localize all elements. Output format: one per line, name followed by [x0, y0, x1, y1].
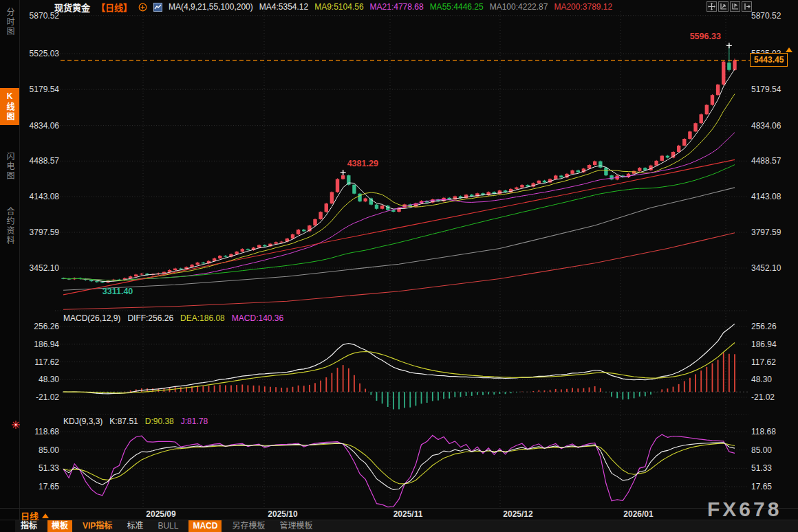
- ma-lines-layer: [63, 69, 735, 310]
- macd-diff-value: DIFF:256.26: [127, 313, 173, 323]
- tab-7[interactable]: 另存模板: [228, 520, 269, 532]
- macd-panel-header: MACD(26,12,9) DIFF:256.26 DEA:186.08 MAC…: [63, 313, 283, 323]
- alert-icon[interactable]: [11, 420, 21, 432]
- kdj-title: KDJ(9,3,3): [63, 417, 103, 426]
- symbol-title: 现货黄金: [54, 1, 90, 14]
- macd-dea-value: DEA:186.08: [180, 313, 225, 323]
- sidebar-item-3[interactable]: 闪电图: [0, 148, 19, 184]
- ma100-value: MA100:4222.87: [490, 2, 548, 12]
- svg-text:5596.33: 5596.33: [690, 32, 721, 41]
- price-up-arrow-icon: [786, 47, 792, 52]
- dropdown-up-icon: [42, 513, 49, 518]
- candles-layer[interactable]: [61, 44, 736, 283]
- macd-title: MACD(26,12,9): [63, 313, 120, 323]
- ma-params-label: MA(4,9,21,55,100,200): [169, 2, 253, 12]
- current-price-value: 5443.45: [754, 55, 784, 65]
- ma55-value: MA55:4446.25: [430, 2, 484, 12]
- ma-chart-icon[interactable]: [153, 3, 162, 12]
- kdj-panel: [63, 434, 735, 507]
- date-label: 2025/12: [489, 509, 547, 519]
- tab-8[interactable]: 管理模板: [275, 520, 316, 532]
- tab-5[interactable]: BULL: [153, 520, 182, 532]
- sidebar-item-2[interactable]: K线图: [0, 88, 19, 125]
- chart-toolbar: [707, 1, 752, 12]
- sidebar-item-4[interactable]: 合约资料: [0, 203, 19, 249]
- tab-1[interactable]: 指标: [17, 520, 41, 532]
- date-label: 2026/01: [610, 509, 667, 519]
- sidebar-item-1[interactable]: 分时图: [0, 4, 19, 40]
- ma9-value: MA9:5104.56: [314, 2, 363, 12]
- date-label: 2025/11: [379, 509, 437, 519]
- tab-4[interactable]: 标准: [122, 520, 147, 532]
- macd-macd-value: MACD:140.36: [232, 313, 283, 323]
- svg-text:3311.40: 3311.40: [103, 287, 133, 296]
- indicator-tab-bar: 指标模板VIP指标标准BULLMACD另存模板管理模板: [15, 520, 798, 532]
- chart-header: 现货黄金 【日线】 MA(4,9,21,55,100,200) MA4:5354…: [54, 1, 612, 12]
- trading-app: 3311.404381.295596.33 分时图K线图闪电图合约资料 现货黄金…: [0, 0, 798, 532]
- ma21-value: MA21:4778.68: [370, 2, 424, 12]
- axis-scale-icon[interactable]: [718, 1, 729, 12]
- annotations-layer: 3311.404381.295596.33: [103, 32, 732, 296]
- kdj-j-value: J:81.78: [181, 417, 208, 426]
- chart-canvas[interactable]: 3311.404381.295596.33: [0, 0, 798, 532]
- divider: [0, 508, 798, 509]
- collapse-panel-icon[interactable]: [742, 1, 752, 12]
- date-label: 2025/09: [132, 509, 190, 519]
- date-label: 2025/10: [254, 509, 312, 519]
- axis-flag-icon[interactable]: [730, 1, 740, 12]
- add-indicator-icon[interactable]: [138, 3, 147, 12]
- pan-tool-icon[interactable]: [707, 1, 717, 12]
- kdj-panel-header: KDJ(9,3,3) K:87.51 D:90.38 J:81.78: [63, 417, 208, 426]
- period-label[interactable]: 【日线】: [96, 1, 132, 14]
- current-price-tag: 5443.45: [750, 53, 788, 67]
- macd-panel: [62, 324, 748, 409]
- kdj-d-value: D:90.38: [145, 417, 174, 426]
- kdj-k-value: K:87.51: [109, 417, 138, 426]
- sidebar: 分时图K线图闪电图合约资料: [0, 0, 20, 532]
- grid-lines: [55, 11, 748, 507]
- ma4-value: MA4:5354.12: [259, 2, 308, 12]
- svg-text:4381.29: 4381.29: [347, 159, 378, 168]
- tab-2[interactable]: 模板: [47, 520, 72, 532]
- ma200-value: MA200:3789.12: [554, 2, 612, 12]
- tab-3[interactable]: VIP指标: [78, 520, 116, 532]
- tab-6[interactable]: MACD: [188, 520, 222, 532]
